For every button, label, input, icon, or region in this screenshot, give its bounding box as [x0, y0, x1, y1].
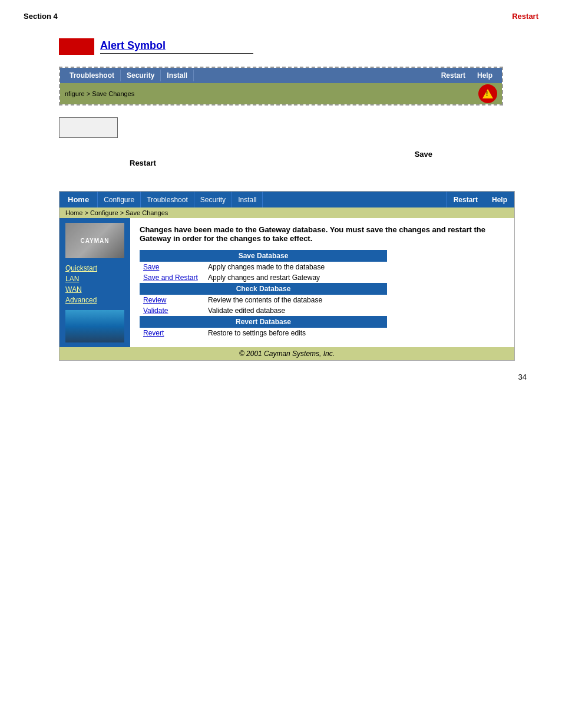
check-db-header-row: Check Database [140, 283, 387, 295]
table-row: Revert Restore to settings before edits [140, 328, 387, 338]
section-label: Section 4 [24, 12, 58, 21]
alert-title-container: Alert Symbol [100, 39, 253, 54]
small-breadcrumb-text: nfigure > Save Changes [65, 90, 134, 97]
sidebar-link-quickstart[interactable]: Quickstart [59, 263, 130, 274]
page-number: 34 [24, 373, 527, 381]
revert-db-header-row: Revert Database [140, 316, 387, 328]
review-desc: Review the contents of the database [204, 295, 387, 305]
small-nav-security[interactable]: Security [121, 70, 161, 81]
alert-icon-circle [478, 84, 497, 103]
restart-save-section: Save Restart [59, 150, 538, 167]
header-restart-label: Restart [512, 12, 538, 21]
breadcrumb-text: Home > Configure > Save Changes [65, 209, 168, 216]
sidebar-link-wan[interactable]: WAN [59, 284, 130, 295]
sidebar-logo: CAYMAN [65, 223, 124, 258]
validate-link[interactable]: Validate [140, 305, 204, 316]
small-nav-restart-btn[interactable]: Restart [435, 70, 471, 81]
revert-db-header: Revert Database [140, 316, 387, 328]
revert-desc: Restore to settings before edits [204, 328, 387, 338]
save-db-header: Save Database [140, 250, 387, 262]
table-row: Validate Validate edited database [140, 305, 387, 316]
save-restart-desc: Apply changes and restart Gateway [204, 272, 387, 283]
small-nav-bar: Troubleshoot Security Install Restart He… [60, 68, 502, 83]
save-db-header-row: Save Database [140, 250, 387, 262]
alert-title-line: Alert Symbol [100, 39, 253, 52]
router-footer: © 2001 Cayman Systems, Inc. [59, 347, 514, 360]
validate-desc: Validate edited database [204, 305, 387, 316]
gray-rectangle [59, 117, 118, 138]
small-nav-help-btn[interactable]: Help [471, 70, 498, 81]
alert-title: Alert Symbol [100, 39, 166, 52]
router-content: CAYMAN Quickstart LAN WAN Advanced Chang… [59, 218, 514, 347]
nav-configure-btn[interactable]: Configure [98, 192, 141, 207]
alert-triangle-icon [482, 89, 493, 98]
router-sidebar: CAYMAN Quickstart LAN WAN Advanced [59, 218, 130, 347]
small-nav-troubleshoot[interactable]: Troubleshoot [64, 70, 121, 81]
router-main: Changes have been made to the Gateway da… [130, 218, 514, 347]
nav-restart-btn[interactable]: Restart [446, 192, 485, 207]
page-header: Section 4 Restart [24, 12, 538, 21]
sidebar-link-advanced[interactable]: Advanced [59, 295, 130, 305]
save-desc: Apply changes made to the database [204, 262, 387, 272]
router-nav: Home Configure Troubleshoot Security Ins… [59, 192, 514, 207]
nav-troubleshoot-btn[interactable]: Troubleshoot [141, 192, 194, 207]
dashed-container: Troubleshoot Security Install Restart He… [59, 67, 503, 106]
database-table: Save Database Save Apply changes made to… [140, 250, 387, 338]
alert-section: Alert Symbol [59, 38, 538, 55]
table-row: Save Apply changes made to the database [140, 262, 387, 272]
restart-label: Restart [130, 159, 538, 167]
revert-link[interactable]: Revert [140, 328, 204, 338]
intro-text: Changes have been made to the Gateway da… [140, 225, 505, 243]
small-breadcrumb: nfigure > Save Changes [60, 83, 502, 104]
review-link[interactable]: Review [140, 295, 204, 305]
save-link[interactable]: Save [140, 262, 204, 272]
nav-install-btn[interactable]: Install [232, 192, 263, 207]
nav-home-btn[interactable]: Home [59, 192, 98, 207]
sidebar-image [65, 310, 124, 342]
nav-help-btn[interactable]: Help [485, 192, 514, 207]
save-restart-link[interactable]: Save and Restart [140, 272, 204, 283]
nav-security-btn[interactable]: Security [194, 192, 232, 207]
sidebar-link-lan[interactable]: LAN [59, 274, 130, 284]
table-row: Save and Restart Apply changes and resta… [140, 272, 387, 283]
router-breadcrumb: Home > Configure > Save Changes [59, 207, 514, 218]
router-interface: Home Configure Troubleshoot Security Ins… [59, 191, 515, 361]
table-row: Review Review the contents of the databa… [140, 295, 387, 305]
save-label: Save [59, 150, 432, 159]
small-nav-install[interactable]: Install [161, 70, 194, 81]
check-db-header: Check Database [140, 283, 387, 295]
alert-red-box [59, 38, 94, 55]
alert-underline [100, 53, 253, 54]
